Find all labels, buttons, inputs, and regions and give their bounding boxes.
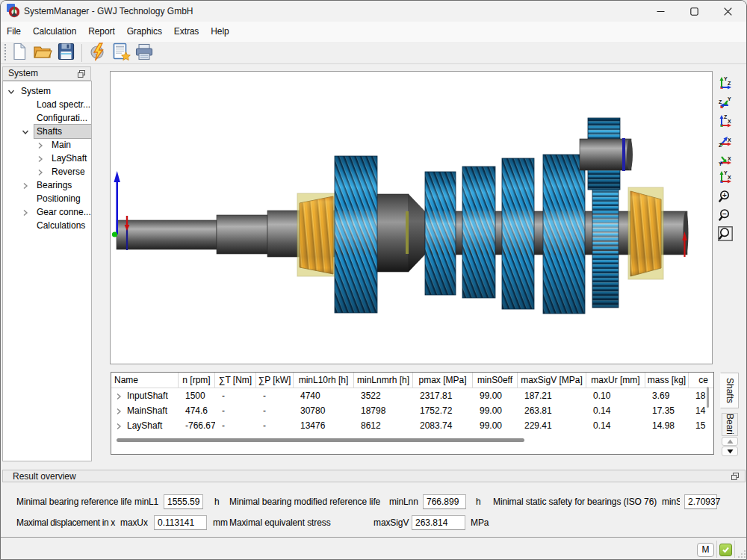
chevron-right-icon[interactable]	[37, 155, 44, 162]
chevron-right-icon[interactable]	[37, 141, 44, 149]
column-header-7[interactable]: minS0eff	[473, 373, 518, 388]
result-symbol-1: minLnn	[389, 494, 418, 509]
calculate-button[interactable]	[87, 43, 109, 63]
zoom-fit-button[interactable]	[716, 226, 735, 243]
tree-item-configurati[interactable]: Configurati...	[3, 111, 91, 125]
menu-report[interactable]: Report	[82, 22, 120, 42]
column-header-10[interactable]: mass [kg]	[645, 373, 689, 388]
report-button[interactable]	[110, 43, 132, 63]
zoom-in-button[interactable]: +	[716, 189, 735, 205]
table-horizontal-scrollbar[interactable]	[117, 438, 524, 442]
cell: 4740	[294, 388, 354, 403]
axis-view-zx-icon: ZX	[718, 113, 733, 131]
column-header-4[interactable]: minL10rh [h]	[294, 373, 354, 388]
cell: 1752.72	[413, 403, 473, 418]
result-field-maxux[interactable]: 0.113141	[154, 515, 207, 530]
tree-item-label: Positioning	[37, 192, 81, 205]
tree-item-calculations[interactable]: Calculations	[3, 219, 91, 232]
view-zx-button[interactable]: ZX	[716, 113, 735, 130]
save-button[interactable]	[55, 43, 77, 63]
chevron-right-icon[interactable]	[22, 208, 29, 216]
float-result-panel-icon[interactable]	[731, 473, 739, 480]
tab-bearings[interactable]: Beari	[722, 413, 738, 436]
open-button[interactable]	[31, 43, 54, 63]
tree-item-reverse[interactable]: Reverse	[3, 165, 91, 178]
column-header-8[interactable]: maxSigV [MPa]	[518, 373, 586, 388]
tree-item-shafts[interactable]: Shafts	[3, 125, 91, 138]
resize-grip[interactable]	[737, 550, 746, 559]
toolbar-drag-handle[interactable]	[4, 44, 7, 62]
maximize-button[interactable]	[678, 1, 711, 22]
menu-extras[interactable]: Extras	[168, 22, 205, 42]
printer-icon	[135, 43, 153, 63]
menu-file[interactable]: File	[1, 22, 27, 42]
tab-scroll-down-button[interactable]	[722, 447, 738, 456]
cell: -766.67	[179, 418, 215, 433]
tree-item-system[interactable]: System	[3, 84, 91, 98]
tree-item-gearconne[interactable]: Gear conne...	[3, 205, 91, 219]
column-header-0[interactable]: Name	[111, 373, 179, 388]
result-field-maxsigv[interactable]: 263.814	[412, 515, 465, 530]
shaft-table: Namen [rpm]∑T [Nm]∑P [kW]minL10rh [h]min…	[111, 372, 714, 455]
menu-graphics[interactable]: Graphics	[121, 22, 168, 42]
result-overview-title: Result overview	[13, 470, 76, 483]
app-logo-icon	[7, 4, 19, 18]
svg-text:X: X	[728, 137, 731, 142]
menu-help[interactable]: Help	[205, 22, 235, 42]
chevron-down-icon[interactable]	[7, 87, 15, 95]
title-bar: SystemManager - GWJ Technology GmbH	[1, 1, 746, 22]
3d-viewport[interactable]	[110, 71, 713, 364]
chevron-down-icon[interactable]	[22, 128, 29, 135]
tree-item-bearings[interactable]: Bearings	[3, 178, 91, 192]
tree-item-label: Load spectr...	[37, 98, 90, 111]
result-field-minl1[interactable]: 1555.59	[164, 494, 203, 509]
tree-item-layshaft[interactable]: LayShaft	[3, 152, 91, 165]
new-button[interactable]	[8, 43, 31, 63]
table-row-mainshaft[interactable]: MainShaft474.6--30780187981752.7299.0026…	[111, 403, 713, 418]
result-label-3: Maximal displacement in x	[16, 515, 115, 530]
column-header-3[interactable]: ∑P [kW]	[256, 373, 294, 388]
chevron-right-icon[interactable]	[37, 168, 44, 175]
table-vertical-scrollbar[interactable]	[707, 387, 709, 408]
tree-item-label: Bearings	[37, 178, 72, 192]
cell: 99.00	[473, 388, 518, 403]
column-header-6[interactable]: pmax [MPa]	[413, 373, 473, 388]
tree-item-label: LayShaft	[52, 152, 87, 165]
tree-item-positioning[interactable]: Positioning	[3, 192, 91, 205]
view-yz-button[interactable]: YZ	[716, 75, 735, 92]
cell: 30780	[294, 403, 354, 418]
view-xz-button[interactable]: ZX	[716, 132, 735, 149]
table-row-inputshaft[interactable]: InputShaft1500--474035222317.8199.00187.…	[111, 388, 713, 403]
tree-item-loadspectr[interactable]: Load spectr...	[3, 98, 91, 111]
axis-view-xy-icon: YX	[718, 151, 733, 168]
mode-button[interactable]: M	[697, 543, 714, 557]
chevron-right-icon[interactable]	[22, 181, 29, 189]
tab-shafts[interactable]: Shafts	[720, 373, 739, 408]
column-header-5[interactable]: minLnmrh [h]	[354, 373, 413, 388]
column-header-2[interactable]: ∑T [Nm]	[215, 373, 256, 388]
cell: 263.81	[518, 403, 586, 418]
cell: 1500	[179, 388, 215, 403]
zoom-out-button[interactable]: −	[716, 208, 735, 224]
result-field-minlnn[interactable]: 766.899	[423, 494, 466, 509]
float-panel-icon[interactable]	[78, 70, 85, 78]
result-field-mins[interactable]: 2.70937	[684, 494, 717, 509]
tree-item-label: Shafts	[34, 125, 91, 138]
cell: 14	[689, 403, 714, 418]
tree-item-main[interactable]: Main	[3, 138, 91, 152]
column-header-1[interactable]: n [rpm]	[179, 373, 215, 388]
close-button[interactable]	[711, 1, 745, 22]
tab-scroll-up-button[interactable]	[722, 437, 738, 446]
column-header-11[interactable]: ce	[689, 373, 714, 388]
view-yx-button[interactable]: YX	[716, 169, 735, 186]
view-zy-button[interactable]: YZ	[716, 95, 735, 111]
print-button[interactable]	[133, 43, 155, 63]
menu-calculation[interactable]: Calculation	[27, 22, 82, 42]
cell: -	[215, 403, 256, 418]
column-header-9[interactable]: maxUr [mm]	[586, 373, 645, 388]
green-check-icon[interactable]	[719, 544, 732, 556]
minimize-button[interactable]	[644, 1, 678, 22]
result-overview-header: Result overview	[2, 470, 746, 482]
view-xy-button[interactable]: YX	[716, 151, 735, 167]
table-row-layshaft[interactable]: LayShaft-766.67--1347686122083.7499.0022…	[111, 418, 713, 433]
